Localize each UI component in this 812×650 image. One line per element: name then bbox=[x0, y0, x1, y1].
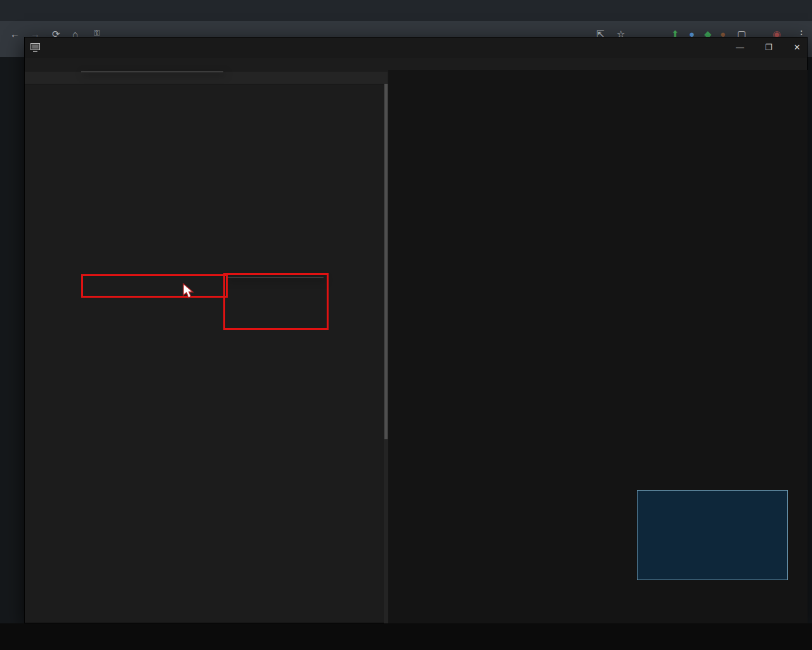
options-menu bbox=[81, 71, 223, 72]
close-button[interactable]: ✕ bbox=[783, 37, 811, 58]
sensor-gadget-overlay bbox=[637, 490, 788, 580]
column-header-row[interactable] bbox=[25, 72, 388, 84]
tree-scrollbar[interactable] bbox=[384, 84, 388, 637]
taskbar bbox=[0, 623, 812, 650]
mouse-cursor bbox=[181, 283, 195, 300]
window-title-bar[interactable]: — ❐ ✕ bbox=[25, 37, 807, 58]
minimize-button[interactable]: — bbox=[726, 37, 754, 58]
key-icon: ⚿ bbox=[94, 29, 100, 37]
annotation-red-box-menu-item bbox=[81, 274, 228, 298]
back-icon[interactable]: ← bbox=[10, 29, 20, 39]
browser-tab-bar bbox=[0, 0, 812, 21]
maximize-button[interactable]: ❐ bbox=[754, 37, 783, 58]
annotation-red-box-submenu bbox=[223, 273, 329, 330]
app-icon bbox=[30, 43, 40, 52]
scrollbar-thumb[interactable] bbox=[384, 84, 388, 439]
